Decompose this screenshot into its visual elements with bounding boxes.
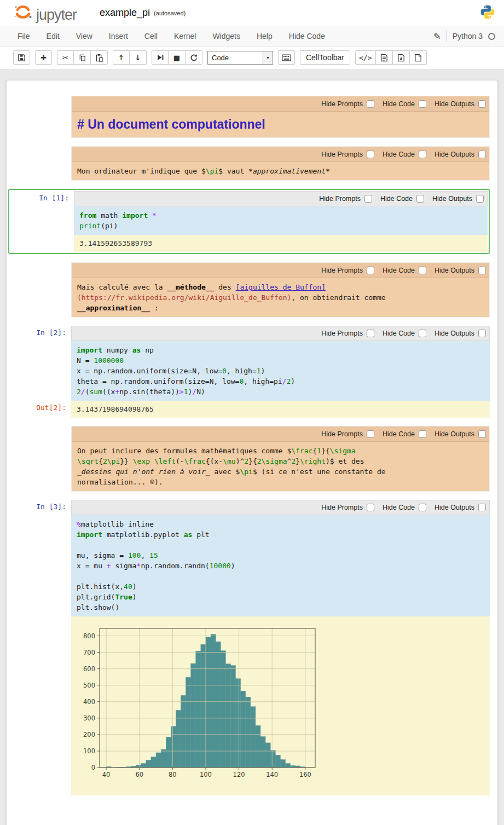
markdown-editor[interactable]: Mon ordinateur m'indique que $\pi$ vaut … (72, 162, 489, 180)
hide-prompts-checkbox[interactable] (367, 430, 374, 438)
hide-outputs-checkbox[interactable] (478, 151, 486, 158)
hide-code-checkbox[interactable] (419, 330, 426, 337)
hide-outputs-checkbox[interactable] (476, 195, 484, 203)
markdown-heading-line: # Un document computationnel (77, 116, 484, 134)
export-document-button[interactable] (376, 50, 393, 65)
hide-prompts-checkbox[interactable] (367, 151, 374, 158)
markdown-editor[interactable]: # Un document computationnel (72, 112, 489, 137)
hide-prompts-checkbox[interactable] (364, 195, 372, 203)
code-editor[interactable]: from math import *print(pi) (74, 206, 488, 235)
cell-input-row: In [3]:Hide PromptsHide CodeHide Outputs… (7, 500, 490, 616)
hide-prompts-label: Hide Prompts (321, 100, 363, 108)
svg-text:100: 100 (200, 771, 212, 778)
code-cell: In [3]:Hide PromptsHide CodeHide Outputs… (7, 500, 490, 795)
move-cell-up-button[interactable]: ↑ (113, 50, 130, 65)
cell-type-select[interactable]: Code ▼ (207, 51, 273, 65)
pdf-icon (397, 54, 405, 62)
menu-item-help[interactable]: Help (248, 26, 281, 46)
command-palette-button[interactable] (278, 50, 295, 65)
restart-kernel-button[interactable] (186, 50, 202, 65)
hide-outputs-checkbox[interactable] (478, 330, 486, 337)
hide-code-checkbox[interactable] (419, 504, 426, 511)
cell-toolbar: Hide PromptsHide CodeHide Outputs (71, 500, 490, 515)
hide-prompts-label: Hide Prompts (321, 267, 363, 274)
hide-outputs-checkbox[interactable] (478, 504, 486, 511)
cut-cell-button[interactable]: ✂ (57, 50, 74, 65)
source-line: plt.hist(x,40) (77, 581, 484, 592)
menu-item-widgets[interactable]: Widgets (204, 26, 248, 46)
hide-outputs-checkbox[interactable] (478, 430, 486, 438)
save-button[interactable] (13, 50, 30, 65)
cell-toolbar: Hide PromptsHide CodeHide Outputs (72, 96, 489, 112)
hide-code-checkbox[interactable] (419, 151, 426, 158)
menu-item-file[interactable]: File (13, 26, 38, 46)
notebook-title[interactable]: example_pi (100, 7, 150, 19)
cell-content: Hide PromptsHide CodeHide Outputs%matplo… (71, 500, 490, 616)
source-line: x = mu + sigma*np.random.randn(10000) (77, 561, 484, 571)
hide-code-checkbox[interactable] (416, 195, 424, 203)
svg-text:800: 800 (83, 632, 95, 640)
source-line: \sqrt{2\pi}} \exp \left(-\frac{(x-\mu)^2… (77, 456, 484, 466)
source-line: N = 1000000 (77, 355, 484, 366)
hide-outputs-checkbox[interactable] (478, 267, 486, 274)
cell-output-row: 3.141592653589793 (9, 235, 488, 252)
cell-output-row: Out[2]:3.1437198694098765 (7, 401, 490, 418)
toggle-code-button[interactable]: </> (355, 50, 375, 65)
hide-outputs-checkbox[interactable] (478, 100, 486, 108)
new-document-button[interactable] (410, 50, 427, 65)
svg-text:140: 140 (266, 771, 278, 778)
cell-output-row: 4060801001201401600100200300400500600700… (7, 616, 490, 795)
hide-prompts-checkbox[interactable] (367, 100, 374, 108)
hide-prompts-checkbox[interactable] (367, 504, 374, 511)
markdown-cell: Hide PromptsHide CodeHide OutputsOn peut… (7, 426, 490, 492)
source-line: print(pi) (79, 221, 482, 231)
hide-code-checkbox[interactable] (419, 100, 426, 108)
hide-code-label: Hide Code (383, 504, 415, 511)
save-icon (18, 54, 26, 62)
hide-prompts-checkbox[interactable] (367, 330, 374, 337)
stop-kernel-button[interactable]: ■ (169, 50, 186, 65)
cell-list: Hide PromptsHide CodeHide Outputs# Un do… (7, 96, 490, 795)
output-prompt (7, 616, 71, 795)
svg-text:80: 80 (169, 771, 177, 778)
app-header: jupyter example_pi (autosaved) (0, 0, 504, 26)
svg-text:200: 200 (83, 731, 95, 739)
svg-text:600: 600 (83, 665, 95, 673)
run-cell-button[interactable] (152, 50, 169, 65)
code-editor[interactable]: %matplotlib inlineimport matplotlib.pypl… (71, 515, 490, 616)
insert-cell-button[interactable]: ✚ (35, 50, 52, 65)
paste-cell-button[interactable] (91, 50, 108, 65)
hide-code-label: Hide Code (383, 330, 415, 337)
markdown-cell: Hide PromptsHide CodeHide OutputsMais ca… (7, 262, 490, 318)
hide-prompts-label: Hide Prompts (319, 195, 361, 203)
svg-text:60: 60 (135, 771, 143, 778)
source-line: x = np.random.uniform(size=N, low=0, hig… (77, 366, 484, 376)
menu-item-kernel[interactable]: Kernel (166, 26, 204, 46)
hide-code-label: Hide Code (383, 151, 415, 158)
move-cell-down-button[interactable]: ↓ (130, 50, 147, 65)
hide-code-checkbox[interactable] (419, 430, 426, 438)
notebook-container: Hide PromptsHide CodeHide Outputs# Un do… (6, 80, 498, 825)
menu-item-cell[interactable]: Cell (136, 26, 166, 46)
histogram-plot: 4060801001201401600100200300400500600700… (74, 623, 322, 785)
cell-input-row: Hide PromptsHide CodeHide OutputsMon ord… (7, 146, 490, 181)
export-pdf-button[interactable] (393, 50, 410, 65)
code-editor[interactable]: import numpy as npN = 1000000x = np.rand… (71, 341, 490, 401)
input-prompt: In [3]: (7, 500, 71, 616)
source-line (77, 540, 484, 550)
markdown-editor[interactable]: Mais calculé avec la __méthode__ des [ai… (72, 278, 489, 317)
jupyter-logo[interactable]: jupyter (13, 4, 77, 22)
source-line: plt.show() (77, 602, 484, 613)
output-wrap: 3.141592653589793 (74, 235, 488, 252)
menu-item-hide-code[interactable]: Hide Code (281, 26, 333, 46)
cell-content: Hide PromptsHide CodeHide Outputsfrom ma… (74, 191, 488, 235)
markdown-cell: Hide PromptsHide CodeHide Outputs# Un do… (7, 96, 490, 138)
markdown-editor[interactable]: On peut inclure des formules mathématiqu… (72, 442, 489, 491)
menu-item-edit[interactable]: Edit (38, 26, 68, 46)
menu-item-insert[interactable]: Insert (101, 26, 136, 46)
celltoolbar-button[interactable]: CellToolbar (300, 50, 350, 65)
menu-item-view[interactable]: View (68, 26, 101, 46)
hide-prompts-checkbox[interactable] (367, 267, 374, 274)
copy-cell-button[interactable] (74, 50, 91, 65)
hide-code-checkbox[interactable] (419, 267, 426, 274)
